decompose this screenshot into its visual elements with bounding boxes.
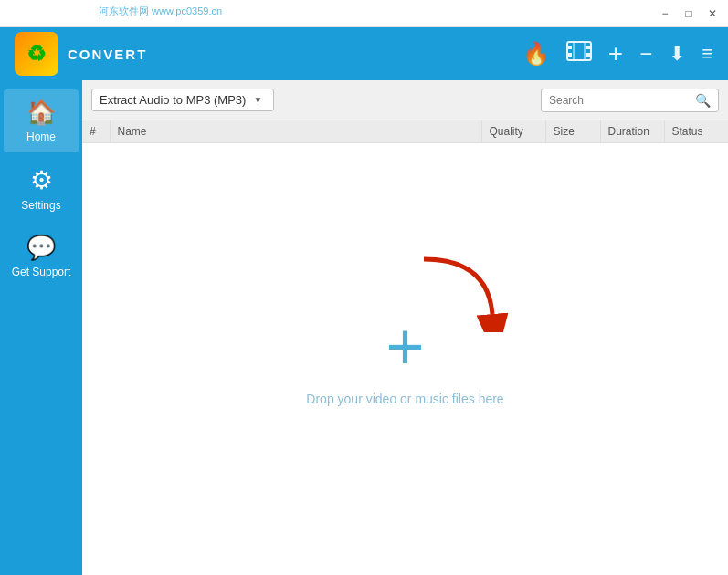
col-header-name: Name	[110, 120, 481, 143]
svg-rect-6	[586, 53, 591, 57]
table-header-row: # Name Quality Size Duration Status	[82, 120, 728, 143]
arrow-indicator	[415, 250, 515, 336]
drop-text: Drop your video or music files here	[306, 392, 503, 406]
svg-text:♻: ♻	[26, 41, 47, 66]
col-header-size: Size	[545, 120, 600, 143]
format-label: Extract Audio to MP3 (MP3)	[100, 93, 246, 107]
col-header-quality: Quality	[481, 120, 545, 143]
sidebar-item-support[interactable]: 💬 Get Support	[4, 225, 79, 288]
download-icon[interactable]: ⬇	[669, 42, 685, 66]
add-file-icon[interactable]: +	[608, 39, 623, 68]
format-selector[interactable]: Extract Audio to MP3 (MP3) ▼	[91, 89, 274, 111]
search-button[interactable]: 🔍	[688, 89, 718, 111]
title-bar-controls: − □ ✕	[657, 5, 721, 22]
close-button[interactable]: ✕	[704, 5, 721, 22]
search-box: 🔍	[541, 89, 719, 112]
minimize-button[interactable]: −	[657, 5, 673, 22]
title-bar: 河东软件网 www.pc0359.cn − □ ✕	[0, 0, 728, 27]
app-logo: ♻	[15, 32, 58, 76]
sub-toolbar: Extract Audio to MP3 (MP3) ▼ 🔍	[82, 80, 728, 120]
file-table: # Name Quality Size Duration Status	[82, 120, 728, 143]
svg-rect-5	[586, 46, 591, 49]
svg-rect-3	[567, 46, 572, 49]
menu-icon[interactable]: ≡	[702, 42, 713, 66]
drop-zone[interactable]: + Drop your video or music files here	[82, 143, 728, 575]
home-label: Home	[26, 131, 56, 143]
main-layout: 🏠 Home ⚙ Settings 💬 Get Support Extract …	[0, 80, 728, 575]
sidebar: 🏠 Home ⚙ Settings 💬 Get Support	[0, 80, 82, 575]
home-icon: 🏠	[26, 99, 56, 127]
maximize-button[interactable]: □	[681, 5, 697, 22]
toolbar-icons: 🔥 + − ⬇ ≡	[522, 39, 713, 68]
logo-area: ♻ CONVERT	[15, 32, 147, 76]
support-icon: 💬	[26, 234, 56, 262]
watermark: 河东软件网 www.pc0359.cn	[99, 5, 222, 18]
settings-label: Settings	[21, 199, 60, 212]
dropdown-arrow-icon: ▼	[253, 95, 262, 105]
sidebar-item-settings[interactable]: ⚙ Settings	[4, 156, 79, 221]
app-name: CONVERT	[68, 47, 147, 62]
svg-rect-4	[567, 53, 572, 57]
col-header-status: Status	[664, 120, 728, 143]
search-input[interactable]	[542, 90, 688, 110]
support-label: Get Support	[12, 266, 71, 278]
film-icon[interactable]	[566, 41, 592, 67]
search-icon: 🔍	[695, 93, 711, 108]
flame-icon[interactable]: 🔥	[522, 41, 550, 67]
content-area: Extract Audio to MP3 (MP3) ▼ 🔍 # Name Qu…	[82, 80, 728, 575]
sidebar-item-home[interactable]: 🏠 Home	[4, 89, 79, 152]
col-header-duration: Duration	[600, 120, 664, 143]
col-header-num: #	[82, 120, 110, 143]
settings-icon: ⚙	[30, 165, 53, 195]
remove-file-icon[interactable]: −	[639, 41, 652, 67]
svg-rect-2	[567, 42, 591, 60]
main-toolbar: ♻ CONVERT 🔥 + − ⬇ ≡	[0, 27, 728, 80]
